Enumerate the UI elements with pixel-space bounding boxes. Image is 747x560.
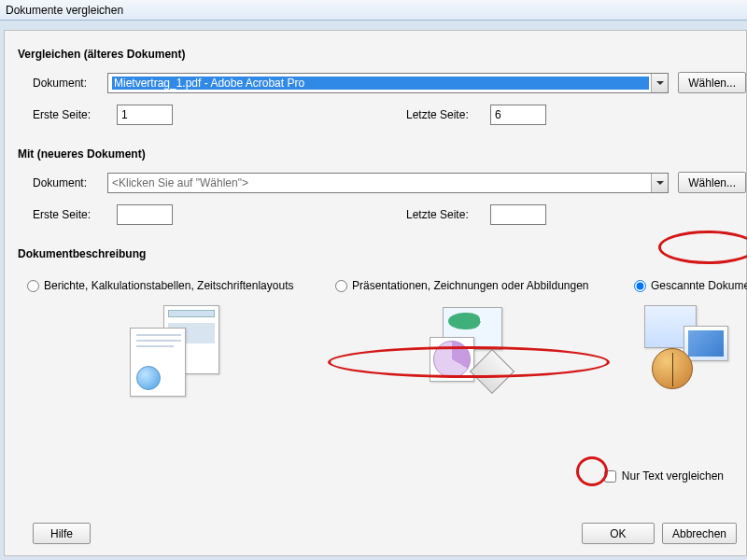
newer-pages-row: Erste Seite: Letzte Seite: (5, 195, 746, 231)
older-choose-label: Wählen... (688, 77, 736, 90)
title-bar: Dokumente vergleichen (0, 0, 747, 21)
radio-scans-input[interactable] (634, 280, 646, 292)
text-only-checkbox[interactable] (604, 470, 616, 483)
radio-reports-label: Berichte, Kalkulationstabellen, Zeitschr… (44, 279, 293, 292)
ok-button[interactable]: OK (582, 523, 655, 544)
radio-drawings-input[interactable] (335, 280, 347, 292)
newer-first-page-input[interactable] (117, 204, 173, 225)
newer-choose-button[interactable]: Wählen... (678, 172, 746, 193)
fish-icon (448, 313, 480, 329)
newer-document-dropdown[interactable]: <Klicken Sie auf "Wählen"> (107, 173, 669, 193)
newer-first-page-label: Erste Seite: (33, 208, 117, 221)
older-document-value: Mietvertrag_1.pdf - Adobe Acrobat Pro (112, 77, 649, 90)
older-last-page-input[interactable] (490, 105, 546, 125)
description-radios: Berichte, Kalkulationstabellen, Zeitschr… (5, 270, 746, 298)
radio-drawings[interactable]: Präsentationen, Zeichnungen oder Abbildu… (335, 279, 634, 292)
newer-last-page-input[interactable] (490, 204, 546, 225)
window-title: Dokumente vergleichen (6, 4, 123, 17)
radio-reports[interactable]: Berichte, Kalkulationstabellen, Zeitschr… (27, 279, 335, 292)
older-first-page-label: Erste Seite: (33, 108, 117, 121)
radio-reports-input[interactable] (27, 280, 39, 292)
older-first-page-input[interactable] (117, 105, 173, 125)
thumb-reports (27, 305, 328, 399)
radio-scans[interactable]: Gescannte Dokumente (634, 279, 747, 292)
newer-document-row: Dokument: <Klicken Sie auf "Wählen"> Wäh… (5, 170, 746, 195)
section-description-title: Dokumentbeschreibung (5, 231, 746, 270)
description-thumbnails (5, 298, 746, 399)
newer-last-page-label: Letzte Seite: (406, 208, 490, 221)
cancel-label: Abbrechen (672, 527, 726, 540)
section-older-title: Vergleichen (älteres Dokument) (5, 31, 746, 70)
thumb-drawings (328, 305, 619, 399)
older-document-label: Dokument: (33, 77, 98, 90)
radio-scans-label: Gescannte Dokumente (651, 279, 747, 292)
dialog-buttons: Hilfe OK Abbrechen (5, 523, 746, 544)
text-only-checkbox-row[interactable]: Nur Text vergleichen (604, 462, 724, 483)
beetle-icon (652, 348, 693, 389)
older-choose-button[interactable]: Wählen... (678, 72, 746, 93)
newer-document-label: Dokument: (33, 176, 98, 189)
section-newer-title: Mit (neueres Dokument) (5, 131, 746, 170)
newer-choose-label: Wählen... (688, 176, 736, 189)
older-pages-row: Erste Seite: Letzte Seite: (5, 95, 746, 131)
dialog-window: Dokumente vergleichen Vergleichen (älter… (0, 0, 747, 560)
older-document-row: Dokument: Mietvertrag_1.pdf - Adobe Acro… (5, 70, 746, 95)
ok-label: OK (610, 527, 626, 540)
text-only-label: Nur Text vergleichen (622, 469, 724, 483)
radio-drawings-label: Präsentationen, Zeichnungen oder Abbildu… (352, 279, 589, 292)
help-button[interactable]: Hilfe (33, 523, 91, 544)
newer-document-placeholder: <Klicken Sie auf "Wählen"> (112, 176, 649, 189)
older-document-dropdown[interactable]: Mietvertrag_1.pdf - Adobe Acrobat Pro (107, 73, 669, 93)
chevron-down-icon[interactable] (651, 74, 668, 92)
diamond-icon (470, 349, 514, 394)
help-label: Hilfe (50, 527, 73, 540)
pie-icon (433, 341, 471, 378)
older-last-page-label: Letzte Seite: (406, 108, 490, 121)
cancel-button[interactable]: Abbrechen (662, 523, 737, 544)
chevron-down-icon[interactable] (651, 174, 668, 192)
dialog-body: Vergleichen (älteres Dokument) Dokument:… (4, 30, 747, 556)
thumb-scans (619, 305, 746, 399)
